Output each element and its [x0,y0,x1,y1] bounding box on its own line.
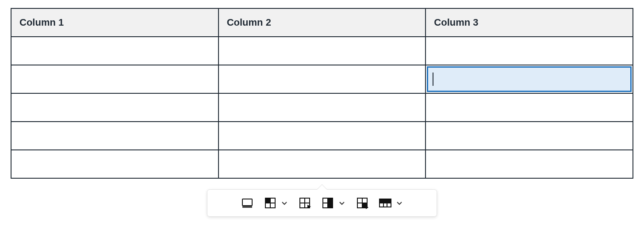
merge-cells-icon[interactable] [355,196,369,210]
table-header-icon[interactable] [378,196,392,210]
table-cell[interactable] [218,150,426,178]
cell-editing-area[interactable] [427,66,632,92]
table-cell[interactable] [218,122,426,150]
insert-column-icon[interactable] [321,196,335,210]
editable-table: Column 1 Column 2 Column 3 [11,8,633,179]
table-row [11,150,633,178]
table-row [11,65,633,93]
table-cell[interactable] [11,37,218,65]
table-header-row: Column 1 Column 2 Column 3 [11,8,633,37]
chevron-down-icon[interactable] [395,196,404,210]
table-cell[interactable] [218,93,426,122]
table-properties-icon[interactable] [240,196,254,210]
table-cell[interactable] [11,65,218,93]
column-header[interactable]: Column 2 [218,8,426,37]
table-cell[interactable] [426,93,633,122]
svg-rect-0 [242,199,252,206]
chevron-down-icon[interactable] [337,196,346,210]
column-header[interactable]: Column 3 [426,8,633,37]
svg-rect-5 [265,198,270,203]
table-row [11,93,633,122]
table-cell-selected[interactable] [426,65,633,93]
table-cell[interactable] [218,65,426,93]
table-cell[interactable] [11,150,218,178]
table-cell-properties-icon[interactable] [263,196,277,210]
table-row [11,37,633,65]
text-caret [433,73,433,86]
table-cell[interactable] [426,150,633,178]
svg-rect-13 [328,198,333,208]
insert-row-icon[interactable] [298,196,312,210]
table-cell[interactable] [426,37,633,65]
chevron-down-icon[interactable] [280,196,289,210]
svg-rect-23 [380,199,391,203]
table-cell[interactable] [426,122,633,150]
table-cell[interactable] [11,122,218,150]
table-cell[interactable] [11,93,218,122]
table-row [11,122,633,150]
column-header[interactable]: Column 1 [11,8,218,37]
table-cell[interactable] [218,37,426,65]
table-toolbar [207,189,437,217]
